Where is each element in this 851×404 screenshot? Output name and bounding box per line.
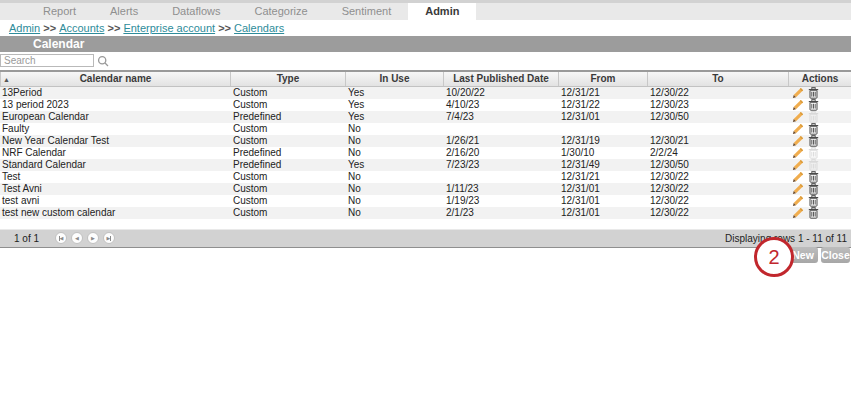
tab-admin[interactable]: Admin — [408, 3, 476, 20]
type-cell: Custom — [230, 99, 345, 111]
breadcrumb: Admin >> Accounts >> Enterprise account … — [0, 20, 851, 36]
last-published-cell: 1/19/23 — [443, 195, 558, 207]
in-use-cell: Yes — [345, 159, 443, 171]
tab-categorize[interactable]: Categorize — [237, 3, 324, 20]
search-input[interactable] — [0, 54, 94, 67]
column-header-in-use[interactable]: In Use — [345, 72, 443, 86]
edit-pencil-icon[interactable] — [792, 99, 804, 111]
table-row[interactable]: Test Avni Custom No 1/11/23 12/31/01 12/… — [0, 183, 851, 195]
in-use-cell: No — [345, 195, 443, 207]
last-published-cell: 1/11/23 — [443, 183, 558, 195]
from-cell — [558, 123, 647, 135]
to-cell: 12/30/50 — [647, 111, 788, 123]
table-row[interactable]: 13 period 2023 Custom Yes 4/10/23 12/31/… — [0, 99, 851, 111]
column-header-calendar-name[interactable]: Calendar name — [0, 72, 230, 86]
pagination-bar: 1 of 1 ◀ ◀ ▶ ▶ Displaying rows 1 - 11 of… — [0, 229, 851, 248]
delete-trash-icon[interactable] — [807, 87, 819, 99]
breadcrumb-separator: >> — [40, 22, 59, 34]
in-use-cell: No — [345, 147, 443, 159]
table-row[interactable]: Standard Calendar Predefined Yes 7/23/23… — [0, 159, 851, 171]
previous-page-icon: ◀ — [75, 236, 79, 241]
last-published-cell — [443, 123, 558, 135]
delete-trash-icon[interactable] — [807, 183, 819, 195]
breadcrumb-separator: >> — [104, 22, 123, 34]
to-cell: 12/30/22 — [647, 207, 788, 219]
delete-trash-icon[interactable] — [807, 99, 819, 111]
actions-cell — [788, 183, 851, 195]
column-header-from[interactable]: From — [558, 72, 647, 86]
edit-pencil-icon[interactable] — [792, 207, 804, 219]
delete-trash-icon — [807, 147, 819, 159]
tab-sentiment[interactable]: Sentiment — [325, 3, 409, 20]
previous-page-button[interactable]: ◀ — [71, 232, 83, 244]
breadcrumb-link-accounts[interactable]: Accounts — [59, 22, 104, 34]
edit-pencil-icon[interactable] — [792, 123, 804, 135]
in-use-cell: Yes — [345, 87, 443, 99]
edit-pencil-icon[interactable] — [792, 171, 804, 183]
calendar-name-cell: Test Avni — [0, 183, 230, 195]
last-published-cell: 2/1/23 — [443, 207, 558, 219]
edit-pencil-icon[interactable] — [792, 183, 804, 195]
column-header-last-published-date[interactable]: Last Published Date — [443, 72, 558, 86]
calendar-name-cell: 13Period — [0, 87, 230, 99]
table-row[interactable]: New Year Calendar Test Custom No 1/26/21… — [0, 135, 851, 147]
delete-trash-icon[interactable] — [807, 207, 819, 219]
search-icon[interactable] — [97, 54, 110, 67]
type-cell: Predefined — [230, 147, 345, 159]
column-header-type[interactable]: Type — [230, 72, 345, 86]
calendar-name-cell: Standard Calendar — [0, 159, 230, 171]
page-title-bar: Calendar — [0, 36, 851, 52]
in-use-cell: No — [345, 171, 443, 183]
to-cell: 2/2/24 — [647, 147, 788, 159]
edit-pencil-icon[interactable] — [792, 111, 804, 123]
next-page-button[interactable]: ▶ — [87, 232, 99, 244]
tab-bar: ReportAlertsDataflowsCategorizeSentiment… — [0, 0, 851, 20]
table-row[interactable]: test new custom calendar Custom No 2/1/2… — [0, 207, 851, 219]
actions-cell — [788, 147, 851, 159]
tab-report[interactable]: Report — [26, 3, 93, 20]
edit-pencil-icon[interactable] — [792, 195, 804, 207]
from-cell: 12/31/22 — [558, 99, 647, 111]
table-row[interactable]: test avni Custom No 1/19/23 12/31/01 12/… — [0, 195, 851, 207]
tab-dataflows[interactable]: Dataflows — [155, 3, 237, 20]
table-row[interactable]: European Calendar Predefined Yes 7/4/23 … — [0, 111, 851, 123]
search-row — [0, 53, 851, 70]
table-row[interactable]: Faulty Custom No — [0, 123, 851, 135]
breadcrumb-separator: >> — [215, 22, 234, 34]
close-button[interactable]: Close — [821, 247, 850, 263]
type-cell: Predefined — [230, 159, 345, 171]
from-cell: 12/31/49 — [558, 159, 647, 171]
page-title: Calendar — [33, 37, 84, 51]
edit-pencil-icon[interactable] — [792, 159, 804, 171]
delete-trash-icon[interactable] — [807, 195, 819, 207]
actions-cell — [788, 135, 851, 147]
delete-trash-icon[interactable] — [807, 171, 819, 183]
table-row[interactable]: Test Custom No 12/31/21 12/30/22 — [0, 171, 851, 183]
last-page-button[interactable]: ▶ — [103, 232, 115, 244]
type-cell: Custom — [230, 195, 345, 207]
table-row[interactable]: 13Period Custom Yes 10/20/22 12/31/21 12… — [0, 87, 851, 99]
table-body: 13Period Custom Yes 10/20/22 12/31/21 12… — [0, 87, 851, 219]
first-page-button[interactable]: ◀ — [55, 232, 67, 244]
last-published-cell: 7/4/23 — [443, 111, 558, 123]
breadcrumb-link-enterprise-account[interactable]: Enterprise account — [123, 22, 215, 34]
column-header-actions[interactable]: Actions — [788, 72, 851, 86]
calendar-name-cell: test new custom calendar — [0, 207, 230, 219]
tab-alerts[interactable]: Alerts — [93, 3, 155, 20]
edit-pencil-icon[interactable] — [792, 87, 804, 99]
actions-cell — [788, 111, 851, 123]
table-row[interactable]: NRF Calendar Predefined No 2/16/20 1/30/… — [0, 147, 851, 159]
annotation-circle-2: 2 — [754, 237, 794, 277]
calendar-name-cell: NRF Calendar — [0, 147, 230, 159]
last-published-cell: 1/26/21 — [443, 135, 558, 147]
type-cell: Custom — [230, 135, 345, 147]
breadcrumb-link-admin[interactable]: Admin — [9, 22, 40, 34]
breadcrumb-link-calendars[interactable]: Calendars — [234, 22, 284, 34]
delete-trash-icon[interactable] — [807, 135, 819, 147]
delete-trash-icon[interactable] — [807, 123, 819, 135]
column-header-to[interactable]: To — [647, 72, 788, 86]
edit-pencil-icon[interactable] — [792, 135, 804, 147]
edit-pencil-icon[interactable] — [792, 147, 804, 159]
sort-asc-icon[interactable]: ▲ — [3, 72, 10, 87]
type-cell: Predefined — [230, 111, 345, 123]
